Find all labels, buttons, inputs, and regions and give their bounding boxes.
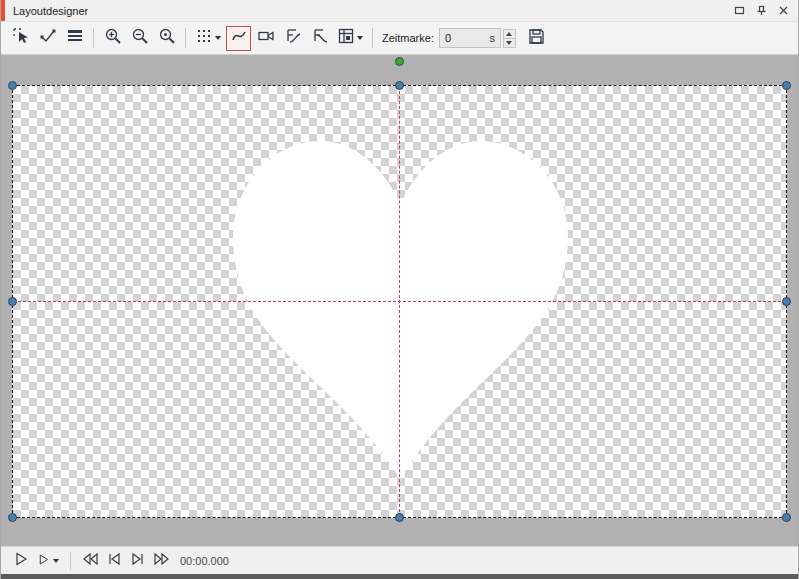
play-button[interactable] bbox=[10, 550, 32, 572]
transport-bar: 00:00.000 bbox=[1, 546, 798, 574]
toolbar: Zeitmarke: s bbox=[1, 22, 798, 55]
window-controls bbox=[732, 4, 798, 18]
resize-handle-w[interactable] bbox=[8, 297, 17, 306]
transport-separator bbox=[70, 552, 71, 570]
grid-icon bbox=[196, 28, 212, 48]
triangle-down-icon bbox=[506, 41, 512, 45]
triangle-up-icon bbox=[506, 32, 512, 36]
chevron-down-icon bbox=[215, 36, 221, 40]
zoom-in-icon bbox=[104, 27, 122, 49]
camera-icon bbox=[257, 27, 275, 49]
toolbar-separator bbox=[93, 28, 94, 48]
keyframe-chart-icon bbox=[338, 28, 354, 48]
resize-handle-n[interactable] bbox=[395, 81, 404, 90]
select-tool-button[interactable] bbox=[8, 26, 33, 51]
rotation-handle[interactable] bbox=[395, 57, 404, 66]
camera-button[interactable] bbox=[253, 26, 278, 51]
chevron-down-icon bbox=[357, 36, 363, 40]
zeitmarke-stepper bbox=[503, 29, 516, 48]
canvas-area bbox=[1, 55, 798, 546]
fade-in-button[interactable] bbox=[280, 26, 305, 51]
step-forward-icon bbox=[131, 552, 145, 570]
resize-handle-e[interactable] bbox=[782, 297, 791, 306]
time-display: 00:00.000 bbox=[180, 555, 229, 567]
fade-out-icon bbox=[311, 27, 329, 49]
fade-out-button[interactable] bbox=[307, 26, 332, 51]
curve-icon bbox=[230, 27, 248, 49]
fast-forward-button[interactable] bbox=[151, 550, 173, 572]
toolbar-separator bbox=[372, 28, 373, 48]
chevron-down-icon bbox=[53, 559, 59, 563]
resize-handle-s[interactable] bbox=[395, 513, 404, 522]
rewind-button[interactable] bbox=[79, 550, 101, 572]
grid-button[interactable] bbox=[192, 26, 224, 51]
stepper-down-button[interactable] bbox=[503, 38, 516, 48]
play-icon bbox=[37, 552, 50, 570]
title-bar: Layoutdesigner bbox=[1, 0, 798, 22]
accent-bar bbox=[1, 0, 5, 21]
pin-button[interactable] bbox=[754, 4, 768, 18]
zoom-out-button[interactable] bbox=[127, 26, 152, 51]
center-crosshair-vertical bbox=[399, 86, 400, 517]
heart-shape[interactable] bbox=[233, 141, 568, 479]
close-button[interactable] bbox=[776, 4, 790, 18]
curve-mode-button[interactable] bbox=[226, 26, 251, 51]
window-title: Layoutdesigner bbox=[13, 5, 88, 17]
maximize-button[interactable] bbox=[732, 4, 746, 18]
edit-points-icon bbox=[39, 27, 57, 49]
resize-handle-se[interactable] bbox=[782, 513, 791, 522]
zoom-fit-icon bbox=[158, 27, 176, 49]
resize-handle-nw[interactable] bbox=[8, 81, 17, 90]
zeitmarke-unit: s bbox=[489, 32, 495, 44]
fast-forward-icon bbox=[154, 552, 170, 570]
save-button[interactable] bbox=[524, 26, 549, 51]
select-icon bbox=[12, 27, 30, 49]
align-lines-icon bbox=[66, 27, 84, 49]
rewind-icon bbox=[82, 552, 98, 570]
play-options-button[interactable] bbox=[34, 550, 62, 572]
step-forward-button[interactable] bbox=[127, 550, 149, 572]
zeitmarke-input[interactable] bbox=[445, 32, 488, 44]
bottom-strip bbox=[1, 574, 798, 579]
zoom-out-icon bbox=[131, 27, 149, 49]
edit-points-button[interactable] bbox=[35, 26, 60, 51]
resize-handle-ne[interactable] bbox=[782, 81, 791, 90]
artboard[interactable] bbox=[12, 85, 787, 518]
fade-in-icon bbox=[284, 27, 302, 49]
toolbar-separator bbox=[185, 28, 186, 48]
step-back-button[interactable] bbox=[103, 550, 125, 572]
align-lines-button[interactable] bbox=[62, 26, 87, 51]
resize-handle-sw[interactable] bbox=[8, 513, 17, 522]
zoom-fit-button[interactable] bbox=[154, 26, 179, 51]
layoutdesigner-window: Layoutdesigner bbox=[0, 0, 799, 579]
zoom-in-button[interactable] bbox=[100, 26, 125, 51]
keyframe-chart-button[interactable] bbox=[334, 26, 366, 51]
save-icon bbox=[528, 28, 545, 49]
play-icon bbox=[13, 551, 29, 571]
center-crosshair-horizontal bbox=[13, 301, 786, 302]
zeitmarke-label: Zeitmarke: bbox=[382, 32, 434, 44]
zeitmarke-field: s bbox=[439, 28, 501, 48]
step-back-icon bbox=[107, 552, 121, 570]
